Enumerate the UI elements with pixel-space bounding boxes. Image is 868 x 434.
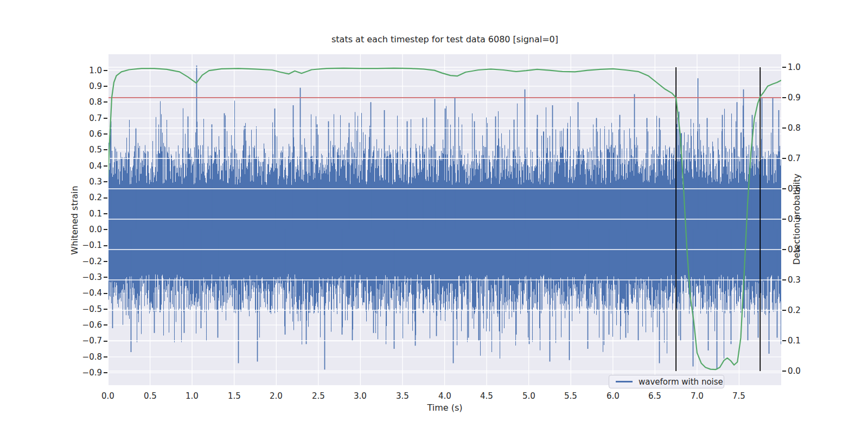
y-left-tick-label: 0.7: [64, 113, 102, 123]
y-left-tick-mark: [104, 101, 107, 103]
y-right-tick-mark: [782, 219, 786, 220]
y-left-tick-label: −0.3: [64, 272, 102, 282]
x-axis-label: Time (s): [108, 403, 781, 413]
y-left-tick-mark: [104, 261, 107, 262]
y-left-tick-label: −0.7: [64, 336, 102, 346]
x-tick-label: 3.5: [386, 391, 419, 401]
y-right-tick-label: 0.3: [788, 275, 820, 285]
y-right-tick-label: 1.0: [788, 62, 820, 72]
y-right-tick-label: 0.4: [788, 245, 820, 254]
y-left-tick-label: 0.2: [64, 193, 102, 202]
y-left-tick-label: −0.5: [64, 304, 102, 314]
x-tick-label: 5.0: [513, 391, 545, 401]
y-left-tick-mark: [104, 277, 107, 278]
y-left-tick-label: 0.9: [64, 81, 102, 91]
y-left-tick-label: 0.6: [64, 129, 102, 139]
y-left-tick-mark: [104, 245, 107, 246]
y-left-tick-mark: [104, 324, 107, 326]
y-left-tick-label: −0.4: [64, 288, 102, 298]
y-left-tick-mark: [104, 70, 107, 71]
y-right-tick-label: 0.2: [788, 305, 820, 315]
y-left-tick-mark: [104, 133, 107, 135]
x-tick-label: 6.0: [597, 391, 629, 401]
y-left-tick-label: −0.6: [64, 320, 102, 330]
y-right-tick-label: 0.7: [788, 154, 820, 163]
x-tick-label: 2.0: [260, 391, 292, 401]
y-left-tick-mark: [104, 197, 107, 199]
y-right-tick-mark: [782, 67, 786, 68]
x-tick-label: 7.5: [723, 391, 755, 401]
x-tick-label: 1.0: [176, 391, 208, 401]
y-left-tick-label: −0.2: [64, 257, 102, 266]
y-right-tick-mark: [782, 371, 786, 372]
y-left-tick-mark: [104, 165, 107, 167]
y-right-tick-label: 0.6: [788, 184, 820, 194]
x-tick-label: 4.5: [470, 391, 503, 401]
y-left-tick-mark: [104, 356, 107, 358]
plot-canvas: [108, 54, 781, 385]
y-left-tick-label: 0.0: [64, 225, 102, 234]
y-right-tick-mark: [782, 340, 786, 341]
y-left-tick-mark: [104, 309, 107, 310]
y-left-tick-label: 0.1: [64, 209, 102, 219]
y-right-tick-mark: [782, 188, 786, 189]
legend: waveform with noise: [609, 375, 724, 388]
y-left-tick-mark: [104, 86, 107, 87]
y-left-tick-mark: [104, 341, 107, 342]
y-right-tick-mark: [782, 127, 786, 129]
x-tick-label: 5.5: [554, 391, 587, 401]
x-tick-label: 4.0: [429, 391, 461, 401]
y-right-tick-mark: [782, 279, 786, 280]
x-tick-label: 0.0: [92, 391, 124, 401]
y-left-tick-mark: [104, 293, 107, 294]
y-right-tick-mark: [782, 97, 786, 98]
y-left-tick-mark: [104, 372, 107, 373]
y-right-tick-label: 0.0: [788, 366, 820, 376]
y-left-tick-mark: [104, 213, 107, 214]
plot-area: [108, 54, 781, 385]
y-left-tick-mark: [104, 181, 107, 182]
x-tick-label: 3.0: [344, 391, 376, 401]
figure: stats at each timestep for test data 608…: [0, 0, 868, 434]
x-tick-label: 2.5: [302, 391, 335, 401]
y-left-tick-label: 0.5: [64, 145, 102, 155]
x-tick-label: 7.0: [681, 391, 713, 401]
y-left-tick-mark: [104, 118, 107, 119]
y-right-tick-mark: [782, 249, 786, 250]
y-right-tick-label: 0.8: [788, 123, 820, 133]
y-left-tick-label: −0.9: [64, 368, 102, 378]
y-right-tick-label: 0.5: [788, 214, 820, 224]
y-left-tick-label: 0.8: [64, 97, 102, 107]
y-left-tick-label: −0.1: [64, 240, 102, 250]
y-right-tick-label: 0.9: [788, 93, 820, 103]
x-tick-label: 6.5: [639, 391, 671, 401]
y-left-tick-label: 0.4: [64, 161, 102, 171]
x-tick-label: 1.5: [218, 391, 251, 401]
y-left-tick-label: −0.8: [64, 352, 102, 362]
y-left-tick-label: 1.0: [64, 66, 102, 75]
y-left-tick-mark: [104, 149, 107, 150]
y-right-tick-label: 0.1: [788, 336, 820, 346]
y-left-tick-label: 0.3: [64, 177, 102, 187]
chart-title: stats at each timestep for test data 608…: [108, 34, 781, 44]
y-right-tick-mark: [782, 158, 786, 159]
legend-line-sample: [616, 381, 633, 382]
y-right-tick-mark: [782, 310, 786, 311]
y-left-tick-mark: [104, 229, 107, 230]
legend-label: waveform with noise: [639, 377, 723, 387]
x-tick-label: 0.5: [134, 391, 167, 401]
